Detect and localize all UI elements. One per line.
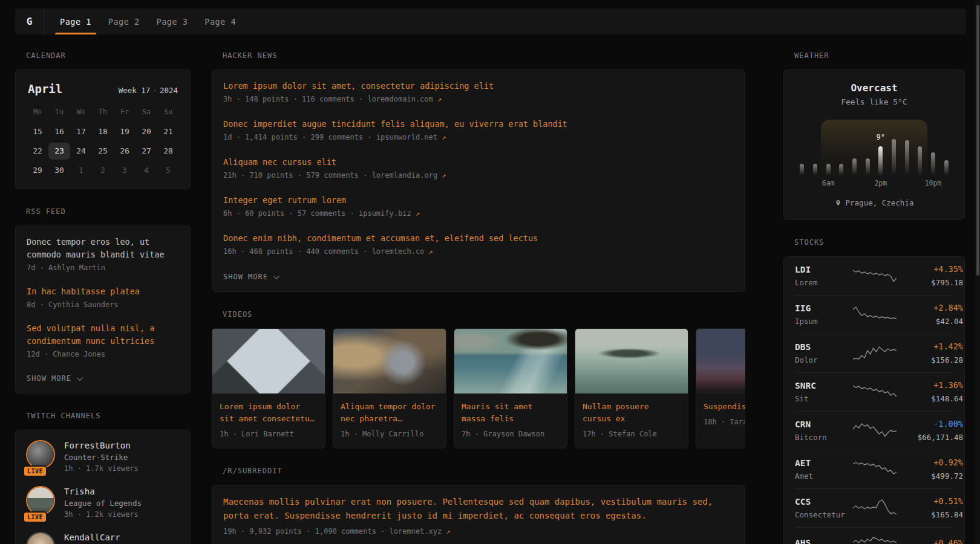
video-thumbnail[interactable] <box>454 329 567 393</box>
stock-change-percent: +0.51% <box>897 496 963 506</box>
stock-row[interactable]: CRNBitcorn-1.00%$66,171.48 <box>795 411 953 450</box>
weather-card: Overcast Feels like 5°C 9° 6am2pm10pm Pr… <box>783 70 965 220</box>
weather-bar <box>800 164 804 175</box>
stock-change-percent: +0.46% <box>897 538 963 544</box>
reddit-post-title[interactable]: Maecenas mollis pulvinar erat non posuer… <box>223 495 734 523</box>
scrollbar[interactable] <box>975 0 980 544</box>
stock-values: +4.35%$795.18 <box>897 264 963 287</box>
live-badge: LIVE <box>23 465 47 477</box>
calendar-card: April Week 17·2024 MoTuWeThFrSaSu1516171… <box>15 70 191 189</box>
twitch-channel-name[interactable]: Trisha <box>64 487 142 496</box>
weather-hourly-chart: 9° <box>795 120 953 175</box>
sparkline-chart <box>853 459 897 479</box>
sparkline-chart <box>853 305 897 324</box>
video-thumbnail[interactable] <box>212 329 325 393</box>
calendar-day-header: Sa <box>136 104 157 121</box>
external-link-icon: ↗ <box>416 209 420 218</box>
stock-name: Consectetur <box>795 510 853 519</box>
video-card[interactable]: Nullam posuere cursus ex 17h · Stefan Co… <box>575 328 688 448</box>
calendar-day: 18 <box>92 123 114 140</box>
twitch-channel-game: League of Legends <box>64 499 142 508</box>
calendar-day: 17 <box>70 123 92 140</box>
calendar-day-header: Su <box>157 104 179 121</box>
twitch-channel-name[interactable]: KendallCarr <box>64 533 120 542</box>
stock-price: $156.28 <box>897 355 963 364</box>
tab-page-3[interactable]: Page 3 <box>148 8 197 34</box>
stock-row[interactable]: LDILorem+4.35%$795.18 <box>795 257 953 295</box>
video-title[interactable]: Lorem ipsum dolor sit amet consectetu… <box>220 401 318 425</box>
calendar-day: 15 <box>27 123 48 140</box>
tab-page-4[interactable]: Page 4 <box>196 8 244 34</box>
rss-item-title[interactable]: Sed volutpat nulla nisl, a condimentum n… <box>27 322 179 348</box>
hn-item-meta: 1d · 1,414 points · 299 comments · ipsum… <box>223 132 734 143</box>
stock-sparkline <box>853 343 897 363</box>
stock-row[interactable]: CCSConsectetur+0.51%$165.84 <box>795 488 953 527</box>
video-card[interactable]: Lorem ipsum dolor sit amet consectetu… 1… <box>212 328 325 448</box>
calendar-day: 26 <box>114 143 136 160</box>
weather-widget: WEATHER Overcast Feels like 5°C 9° 6am2p… <box>783 51 965 220</box>
stock-row[interactable]: SNRCSit+1.36%$148.64 <box>795 372 953 411</box>
hn-item-title[interactable]: Integer eget rutrum lorem <box>223 194 734 206</box>
hn-item-title[interactable]: Donec enim nibh, condimentum et accumsan… <box>223 232 734 244</box>
calendar-grid: MoTuWeThFrSaSu15161718192021222324252627… <box>27 104 179 179</box>
twitch-channel-name[interactable]: ForrestBurton <box>64 441 139 450</box>
video-meta: 7h · Grayson Dawson <box>462 429 560 439</box>
hn-item-title[interactable]: Lorem ipsum dolor sit amet, consectetur … <box>223 80 734 92</box>
twitch-channel-row[interactable]: KendallCarr <box>27 532 179 544</box>
sparkline-chart <box>853 343 897 363</box>
hn-show-more-button[interactable]: SHOW MORE <box>223 273 278 281</box>
twitch-card: LIVE ForrestBurton Counter-Strike 1h · 1… <box>15 430 191 544</box>
stock-name: Bitcorn <box>795 433 853 442</box>
avatar <box>27 533 54 544</box>
weather-hour-label: 6am <box>822 179 835 187</box>
hn-item-title[interactable]: Donec imperdiet augue tincidunt felis al… <box>223 118 734 130</box>
calendar-day: 24 <box>70 143 92 160</box>
video-card[interactable]: Mauris sit amet massa felis 7h · Grayson… <box>454 328 567 448</box>
calendar-day: 20 <box>136 123 157 140</box>
video-title[interactable]: Suspendisse diam <box>704 401 745 413</box>
stock-row[interactable]: AETAmet+0.92%$499.72 <box>795 450 953 488</box>
twitch-channel-meta: 1h · 1.7k viewers <box>64 464 139 473</box>
map-pin-icon <box>835 199 841 207</box>
stock-row[interactable]: IIGIpsum+2.84%$42.04 <box>795 295 953 334</box>
stock-row[interactable]: DBSDolor+1.42%$156.28 <box>795 334 953 372</box>
twitch-avatar-wrap <box>27 532 54 544</box>
video-title[interactable]: Aliquam tempor dolor nec pharetra… <box>341 401 439 425</box>
stock-left: SNRCSit <box>795 381 853 403</box>
video-thumbnail[interactable] <box>333 329 446 393</box>
calendar-day: 2 <box>92 162 114 179</box>
stock-change-percent: +1.42% <box>897 342 963 351</box>
rss-item-title[interactable]: Donec tempor eros leo, ut commodo mauris… <box>27 236 179 261</box>
stock-price: $165.84 <box>897 510 963 519</box>
stock-price: $148.64 <box>897 394 963 403</box>
rss-item-title[interactable]: In hac habitasse platea <box>27 285 179 298</box>
hn-item-title[interactable]: Aliquam nec cursus elit <box>223 156 734 168</box>
video-card[interactable]: Aliquam tempor dolor nec pharetra… 1h · … <box>333 328 446 448</box>
video-title[interactable]: Nullam posuere cursus ex <box>583 401 681 425</box>
video-card[interactable]: Suspendisse diam 18h · Tara <box>696 328 745 448</box>
weather-peak-temp: 9° <box>877 133 885 141</box>
rss-show-more-button[interactable]: SHOW MORE <box>27 374 81 383</box>
stock-price: $499.72 <box>897 471 963 481</box>
hn-item-meta: 16h · 468 points · 440 comments · loremt… <box>223 247 734 257</box>
hackernews-widget: HACKER NEWS Lorem ipsum dolor sit amet, … <box>212 51 745 292</box>
stock-name: Lorem <box>795 278 853 287</box>
video-title[interactable]: Mauris sit amet massa felis <box>462 401 560 425</box>
twitch-channel-row[interactable]: LIVE Trisha League of Legends 3h · 1.2k … <box>27 486 179 519</box>
stock-left: IIGIpsum <box>795 303 853 326</box>
video-thumbnail[interactable] <box>575 329 688 393</box>
hackernews-card: Lorem ipsum dolor sit amet, consectetur … <box>212 70 745 292</box>
weather-bar <box>852 158 857 175</box>
video-thumbnail[interactable] <box>696 329 745 393</box>
calendar-day: 25 <box>92 143 114 160</box>
tab-page-1[interactable]: Page 1 <box>51 8 100 34</box>
twitch-channel-row[interactable]: LIVE ForrestBurton Counter-Strike 1h · 1… <box>27 440 179 473</box>
rss-item-meta: 12d · Chance Jones <box>27 349 179 360</box>
calendar-day: 23 <box>48 143 70 160</box>
scrollbar-thumb[interactable] <box>976 5 979 276</box>
stock-left: CCSConsectetur <box>795 497 853 519</box>
reddit-widget: /R/SUBREDDIT Maecenas mollis pulvinar er… <box>212 467 745 544</box>
stock-name: Ipsum <box>795 317 853 326</box>
tab-page-2[interactable]: Page 2 <box>100 8 148 34</box>
stock-row[interactable]: AHS+0.46% <box>795 527 953 544</box>
